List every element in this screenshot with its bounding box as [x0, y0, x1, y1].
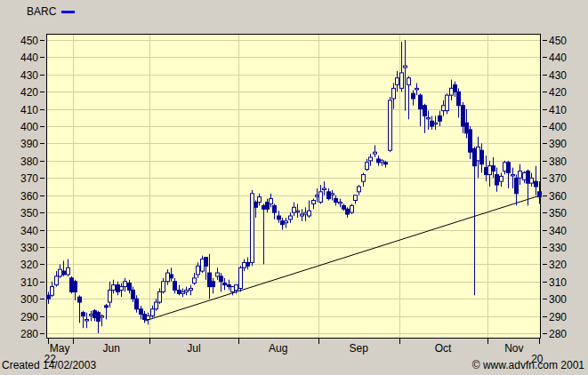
svg-text:290: 290 [549, 311, 567, 323]
svg-text:310: 310 [20, 276, 38, 289]
svg-text:280: 280 [549, 328, 567, 340]
svg-text:400: 400 [549, 121, 567, 133]
svg-text:430: 430 [549, 69, 567, 82]
svg-text:300: 300 [20, 293, 38, 306]
svg-text:410: 410 [20, 104, 38, 116]
svg-text:440: 440 [20, 52, 38, 64]
svg-text:320: 320 [20, 259, 38, 271]
svg-text:Oct: Oct [435, 342, 452, 355]
svg-text:360: 360 [20, 190, 38, 203]
svg-text:450: 450 [549, 35, 567, 47]
svg-text:340: 340 [20, 225, 38, 237]
svg-text:420: 420 [549, 86, 567, 99]
svg-text:280: 280 [20, 328, 38, 340]
created-date-label: Created 14/02/2003 [2, 359, 96, 371]
svg-text:390: 390 [20, 138, 38, 150]
chart-window: BARC 28028029029030030031031032032033033… [0, 0, 588, 375]
svg-text:330: 330 [549, 242, 567, 254]
svg-text:360: 360 [549, 190, 567, 203]
svg-text:350: 350 [20, 207, 38, 219]
svg-text:320: 320 [549, 259, 567, 271]
svg-text:330: 330 [20, 242, 38, 254]
svg-text:Jul: Jul [187, 342, 200, 355]
svg-text:450: 450 [20, 35, 38, 47]
svg-text:290: 290 [20, 311, 38, 323]
svg-text:Sep: Sep [350, 342, 369, 355]
svg-text:370: 370 [20, 172, 38, 185]
svg-text:340: 340 [549, 225, 567, 237]
svg-text:350: 350 [549, 207, 567, 219]
svg-text:Jun: Jun [103, 342, 120, 355]
svg-text:310: 310 [549, 276, 567, 289]
price-chart: 2802802902903003003103103203203303303403… [0, 0, 588, 375]
svg-text:390: 390 [549, 138, 567, 150]
svg-text:380: 380 [549, 156, 567, 168]
svg-text:420: 420 [20, 86, 38, 99]
svg-text:Aug: Aug [269, 342, 287, 355]
svg-text:Nov: Nov [504, 342, 523, 355]
svg-text:410: 410 [549, 104, 567, 116]
svg-text:400: 400 [20, 121, 38, 133]
copyright-label: © www.advfn.com 2001 [472, 359, 584, 371]
svg-text:440: 440 [549, 52, 567, 64]
svg-text:370: 370 [549, 172, 567, 185]
svg-text:380: 380 [20, 156, 38, 168]
svg-text:300: 300 [549, 293, 567, 306]
svg-text:430: 430 [20, 69, 38, 82]
